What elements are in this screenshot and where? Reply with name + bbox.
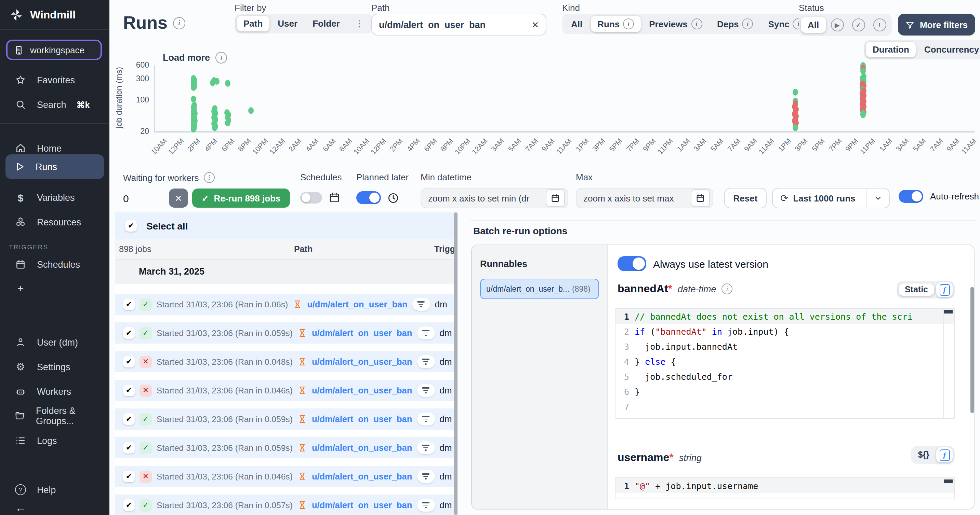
- success-run-dot[interactable]: [212, 124, 218, 131]
- reset-button[interactable]: Reset: [724, 188, 767, 208]
- function-mode-button[interactable]: f: [936, 447, 953, 463]
- row-checkbox[interactable]: ✔: [123, 385, 135, 396]
- run-row[interactable]: ✔✕Started 31/03, 23:06 (Ran in 0.048s)u/…: [115, 351, 458, 372]
- select-all-checkbox[interactable]: ✔: [125, 220, 137, 231]
- batch-rerun-box: Runnables u/dm/alert_on_user_b... (898) …: [471, 244, 975, 510]
- sidebar-add-button[interactable]: +: [0, 279, 110, 299]
- success-run-dot[interactable]: [191, 96, 196, 103]
- run-path-link[interactable]: u/dm/alert_on_user_ban: [312, 357, 412, 366]
- filter-pill-icon[interactable]: [412, 298, 430, 311]
- triggered-by: dm: [439, 414, 452, 424]
- row-checkbox[interactable]: ✔: [123, 356, 135, 368]
- filter-pill-icon[interactable]: [417, 470, 434, 483]
- success-run-dot[interactable]: [210, 79, 215, 86]
- success-run-dot[interactable]: [225, 119, 231, 126]
- editor-scrollbar-thumb[interactable]: [944, 480, 953, 483]
- sidebar-item-workers[interactable]: Workers: [0, 381, 110, 402]
- code-line[interactable]: 3 job.input.bannedAt: [616, 339, 954, 354]
- list-scrollbar[interactable]: [454, 212, 458, 515]
- sidebar-item-resources[interactable]: Resources: [0, 212, 110, 232]
- run-row[interactable]: ✔✕Started 31/03, 23:06 (Ran in 0.046s)u/…: [115, 466, 458, 487]
- static-mode-button[interactable]: Static: [899, 284, 934, 296]
- sidebar-item-settings[interactable]: ⚙ Settings: [0, 357, 110, 377]
- filter-pill-icon[interactable]: [417, 412, 434, 426]
- always-latest-toggle[interactable]: [617, 256, 646, 271]
- cancel-selection-button[interactable]: ✕: [169, 189, 188, 208]
- last-runs-dropdown[interactable]: ⟳ Last 1000 runs: [772, 188, 890, 208]
- sidebar-item-search[interactable]: Search ⌘k: [0, 94, 110, 115]
- function-mode-button[interactable]: f: [936, 282, 953, 297]
- run-row[interactable]: ✔✓Started 31/03, 23:06 (Ran in 0.057s)u/…: [115, 494, 458, 515]
- run-path-link[interactable]: u/dm/alert_on_user_ban: [312, 472, 412, 481]
- code-line[interactable]: 2if ("bannedAt" in job.input) {: [616, 324, 954, 339]
- run-row[interactable]: ✔✓Started 31/03, 23:06 (Ran in 0.059s)u/…: [115, 322, 458, 344]
- brand[interactable]: Windmill: [0, 0, 110, 30]
- bannedat-info-icon[interactable]: i: [722, 284, 733, 295]
- max-calendar-button[interactable]: [691, 189, 710, 207]
- filter-pill-icon[interactable]: [417, 499, 434, 512]
- code-line[interactable]: 6}: [616, 384, 954, 399]
- success-run-dot[interactable]: [860, 111, 866, 118]
- schedules-toggle[interactable]: [300, 192, 322, 203]
- row-checkbox[interactable]: ✔: [123, 327, 135, 339]
- success-run-dot[interactable]: [191, 126, 196, 133]
- max-datetime-input[interactable]: zoom x axis to set max: [576, 188, 713, 208]
- code-line[interactable]: 7: [616, 399, 954, 414]
- success-run-dot[interactable]: [248, 107, 254, 114]
- sidebar-item-help[interactable]: ? Help: [0, 480, 110, 500]
- run-path-link[interactable]: u/dm/alert_on_user_ban: [312, 500, 412, 510]
- code-line[interactable]: 1"@" + job.input.username: [616, 478, 954, 493]
- scatter-points[interactable]: [110, 0, 980, 164]
- sidebar-item-favorites[interactable]: Favorites: [0, 70, 110, 90]
- filter-pill-icon[interactable]: [417, 326, 434, 339]
- filter-pill-icon[interactable]: [417, 355, 434, 368]
- success-run-dot[interactable]: [191, 84, 196, 91]
- pane-scrollbar[interactable]: [970, 287, 974, 413]
- arrow-left-icon: ←: [14, 502, 27, 514]
- rerun-jobs-button[interactable]: ✓Re-run 898 jobs: [192, 189, 290, 208]
- filter-pill-icon[interactable]: [417, 441, 434, 454]
- row-checkbox[interactable]: ✔: [123, 442, 135, 453]
- dropdown-chevron-zone[interactable]: [867, 189, 889, 208]
- row-checkbox[interactable]: ✔: [123, 413, 135, 425]
- min-calendar-button[interactable]: [546, 189, 565, 207]
- run-row[interactable]: ✔✓Started 31/03, 23:06 (Ran in 0.059s)u/…: [115, 437, 458, 458]
- runnable-chip[interactable]: u/dm/alert_on_user_b... (898): [480, 279, 599, 299]
- expr-mode-button[interactable]: ${}: [913, 449, 934, 461]
- code-line[interactable]: 4} else {: [616, 354, 954, 369]
- sidebar-item-runs-active[interactable]: Runs: [5, 154, 104, 179]
- planned-later-toggle[interactable]: [356, 191, 381, 204]
- bannedat-code-editor[interactable]: 1// bannedAt does not exist on all versi…: [615, 308, 955, 419]
- run-path-link[interactable]: u/dm/alert_on_user_ban: [312, 443, 412, 453]
- code-line[interactable]: 1// bannedAt does not exist on all versi…: [616, 309, 954, 324]
- run-path-link[interactable]: u/dm/alert_on_user_ban: [312, 414, 412, 424]
- workspace-switcher[interactable]: workingspace: [6, 40, 102, 60]
- sidebar-item-logs[interactable]: Logs: [0, 430, 110, 451]
- sidebar-item-folders[interactable]: Folders & Groups...: [0, 406, 110, 426]
- collapse-sidebar-button[interactable]: ←: [0, 498, 110, 515]
- min-datetime-input[interactable]: zoom x axis to set min (dr: [421, 188, 568, 208]
- success-run-dot[interactable]: [225, 80, 231, 87]
- robot-icon: [14, 386, 27, 397]
- code-line[interactable]: 5 job.scheduled_for: [616, 369, 954, 384]
- hourglass-icon: [298, 443, 307, 453]
- select-all-row[interactable]: ✔ Select all: [115, 212, 458, 239]
- sidebar-item-variables[interactable]: $ Variables: [0, 187, 110, 208]
- run-row[interactable]: ✔✓Started 31/03, 23:06 (Ran in 0.06s)u/d…: [115, 294, 458, 315]
- run-row[interactable]: ✔✕Started 31/03, 23:06 (Ran in 0.046s)u/…: [115, 380, 458, 401]
- run-path-link[interactable]: u/dm/alert_on_user_ban: [312, 328, 412, 338]
- run-path-link[interactable]: u/dm/alert_on_user_ban: [312, 385, 412, 395]
- sidebar-item-schedules[interactable]: Schedules: [0, 254, 110, 274]
- success-run-dot[interactable]: [792, 124, 798, 131]
- username-code-editor[interactable]: 1"@" + job.input.username: [615, 477, 955, 499]
- auto-refresh-toggle[interactable]: [899, 190, 923, 203]
- run-path-link[interactable]: u/dm/alert_on_user_ban: [307, 299, 407, 309]
- sidebar-item-user[interactable]: User (dm): [0, 332, 110, 352]
- filter-pill-icon[interactable]: [417, 384, 434, 397]
- editor-scrollbar-thumb[interactable]: [944, 310, 953, 314]
- row-checkbox[interactable]: ✔: [123, 471, 135, 482]
- row-checkbox[interactable]: ✔: [123, 298, 135, 310]
- success-run-dot[interactable]: [792, 89, 798, 95]
- run-row[interactable]: ✔✓Started 31/03, 23:06 (Ran in 0.059s)u/…: [115, 409, 458, 429]
- row-checkbox[interactable]: ✔: [123, 499, 135, 511]
